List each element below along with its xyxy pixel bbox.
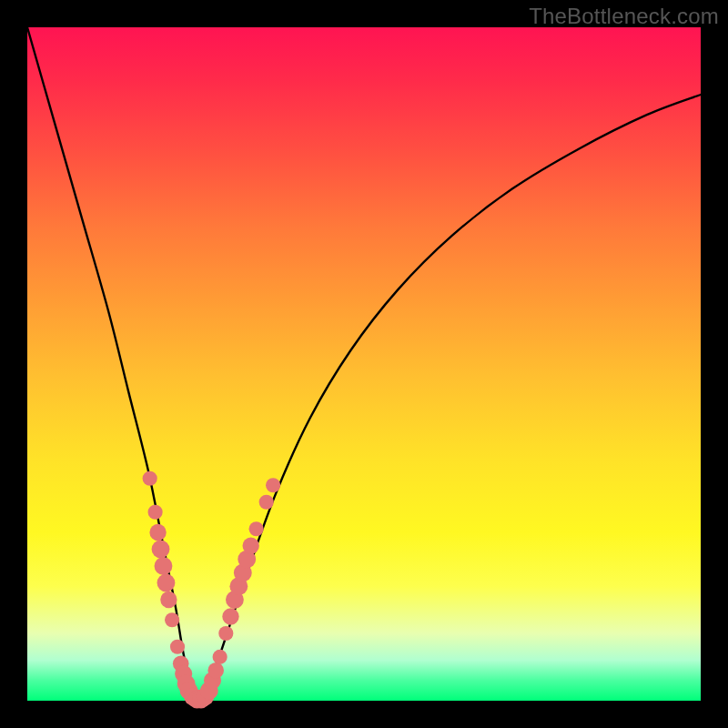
curve-layer: [27, 27, 701, 701]
plot-area: [27, 27, 701, 701]
bottleneck-curve: [27, 27, 701, 703]
chart-frame: TheBottleneck.com: [0, 0, 728, 728]
marker-dot: [213, 650, 228, 664]
marker-dot: [165, 612, 179, 627]
marker-dot: [170, 640, 185, 654]
marker-dot: [222, 608, 238, 624]
marker-dot: [149, 524, 166, 541]
marker-dot: [160, 592, 177, 608]
marker-dot: [152, 541, 170, 559]
watermark-text: TheBottleneck.com: [529, 4, 719, 29]
marker-dot: [207, 662, 224, 679]
marker-dot: [148, 505, 163, 520]
marker-dot: [155, 557, 173, 575]
marker-dot: [143, 471, 157, 486]
highlight-dots: [143, 471, 281, 709]
marker-dot: [249, 521, 264, 536]
marker-dot: [259, 495, 274, 510]
marker-dot: [157, 574, 176, 592]
marker-dot: [266, 478, 280, 492]
marker-dot: [243, 538, 259, 554]
marker-dot: [218, 626, 233, 641]
